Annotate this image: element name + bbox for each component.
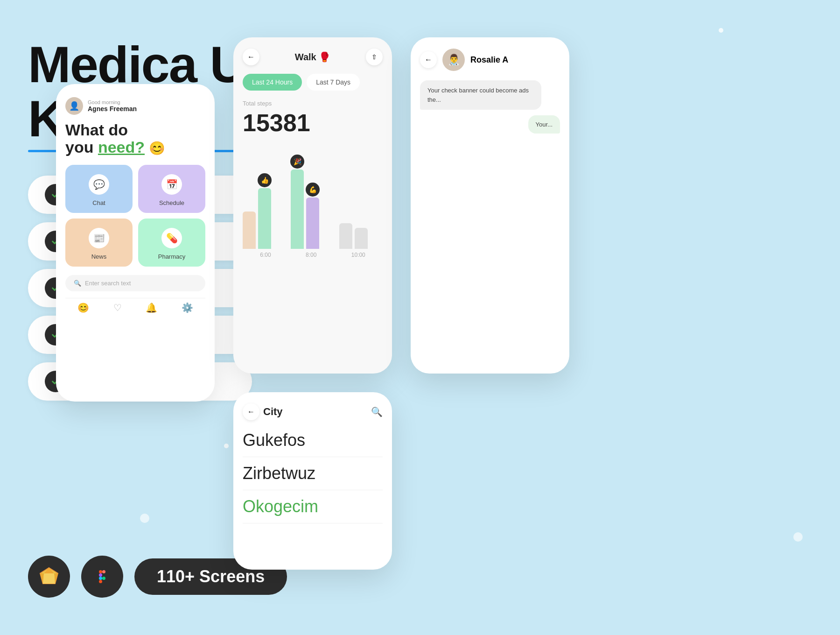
city-item-1[interactable]: Zirbetwuz [243, 457, 383, 490]
greeting-text: Good morning [88, 99, 137, 105]
phone-city: ← City 🔍 Gukefos Zirbetwuz Okogecim [233, 392, 392, 570]
schedule-icon: 📅 [161, 174, 182, 195]
phone-city-top: ← City 🔍 [243, 403, 383, 420]
search-icon-city[interactable]: 🔍 [371, 406, 383, 417]
search-bar[interactable]: 🔍 Enter search text [65, 275, 205, 291]
svg-marker-4 [43, 573, 55, 584]
user-avatar: 👤 [65, 97, 83, 115]
phone-home-header: 👤 Good morning Agnes Freeman [65, 97, 205, 115]
svg-rect-10 [99, 580, 102, 583]
city-title: City [263, 406, 283, 418]
bar-beige-1 [243, 212, 256, 249]
schedule-label: Schedule [159, 199, 184, 206]
city-item-0[interactable]: Gukefos [243, 424, 383, 457]
tab-24h[interactable]: Last 24 Hours [243, 74, 302, 91]
svg-point-9 [102, 577, 105, 580]
bar-purple-1: 💪 [306, 198, 319, 249]
pharmacy-card[interactable]: 💊 Pharmacy [138, 219, 205, 267]
x-label-800: 8:00 [306, 252, 316, 258]
greeting-name: Agnes Freeman [88, 105, 137, 113]
phone-chat-top: ← 👨‍⚕️ Rosalie A [420, 49, 560, 71]
back-button[interactable]: ← [243, 49, 259, 65]
bar-green-2: 🎉 [291, 169, 304, 249]
phone-home: 👤 Good morning Agnes Freeman What do you… [56, 84, 215, 402]
svg-rect-6 [102, 570, 105, 573]
svg-rect-8 [99, 577, 102, 580]
steps-label: Total steps [243, 100, 383, 107]
greeting-block: Good morning Agnes Freeman [88, 99, 137, 113]
bar-emoji-party: 🎉 [290, 155, 304, 169]
figma-badge [81, 556, 123, 598]
walk-title: Walk 🥊 [295, 51, 331, 63]
sketch-badge [28, 556, 70, 598]
phone-home-title: What do you need? 😊 [65, 121, 205, 156]
pharmacy-label: Pharmacy [158, 253, 186, 260]
x-label-1000: 10:00 [351, 252, 365, 258]
svg-rect-5 [99, 570, 102, 573]
steps-count: 15381 [243, 109, 383, 137]
home-nav-icon[interactable]: 😊 [77, 302, 89, 313]
search-icon: 🔍 [74, 280, 81, 287]
city-back-button[interactable]: ← [243, 403, 259, 420]
svg-rect-7 [99, 573, 102, 577]
share-button[interactable]: ⇧ [366, 49, 383, 65]
bottom-nav: 😊 ♡ 🔔 ⚙️ [65, 298, 205, 313]
tab-7d[interactable]: Last 7 Days [307, 74, 360, 91]
bar-gray-1 [339, 223, 352, 249]
bar-emoji-flex: 💪 [306, 183, 320, 197]
phone-walk-top: ← Walk 🥊 ⇧ [243, 49, 383, 65]
chat-avatar: 👨‍⚕️ [442, 49, 465, 71]
time-tabs: Last 24 Hours Last 7 Days [243, 74, 383, 91]
settings-nav-icon[interactable]: ⚙️ [182, 302, 193, 313]
chat-card[interactable]: 💬 Chat [65, 165, 133, 213]
chat-contact-name: Rosalie A [470, 55, 508, 65]
bar-emoji-thumbs: 👍 [258, 173, 272, 187]
bell-nav-icon[interactable]: 🔔 [146, 302, 157, 313]
search-placeholder: Enter search text [85, 280, 131, 287]
service-grid: 💬 Chat 📅 Schedule 📰 News 💊 Pharmacy [65, 165, 205, 267]
phone-walk: ← Walk 🥊 ⇧ Last 24 Hours Last 7 Days Tot… [233, 37, 392, 374]
chat-reply-bubble: Your... [528, 115, 560, 134]
bar-gray-2 [355, 228, 368, 249]
x-label-600: 6:00 [260, 252, 271, 258]
chat-label: Chat [92, 199, 105, 206]
news-card[interactable]: 📰 News [65, 219, 133, 267]
city-item-2[interactable]: Okogecim [243, 490, 383, 523]
heart-nav-icon[interactable]: ♡ [113, 302, 122, 313]
news-label: News [91, 253, 107, 260]
schedule-card[interactable]: 📅 Schedule [138, 165, 205, 213]
phone-chat: ← 👨‍⚕️ Rosalie A Your check banner could… [411, 37, 569, 374]
chat-back-button[interactable]: ← [420, 51, 437, 68]
pharmacy-icon: 💊 [161, 228, 182, 248]
bar-green-1: 👍 [258, 188, 271, 249]
chat-message: Your check banner could become ads the..… [420, 80, 541, 110]
news-icon: 📰 [89, 228, 109, 248]
chat-icon: 💬 [89, 174, 109, 195]
